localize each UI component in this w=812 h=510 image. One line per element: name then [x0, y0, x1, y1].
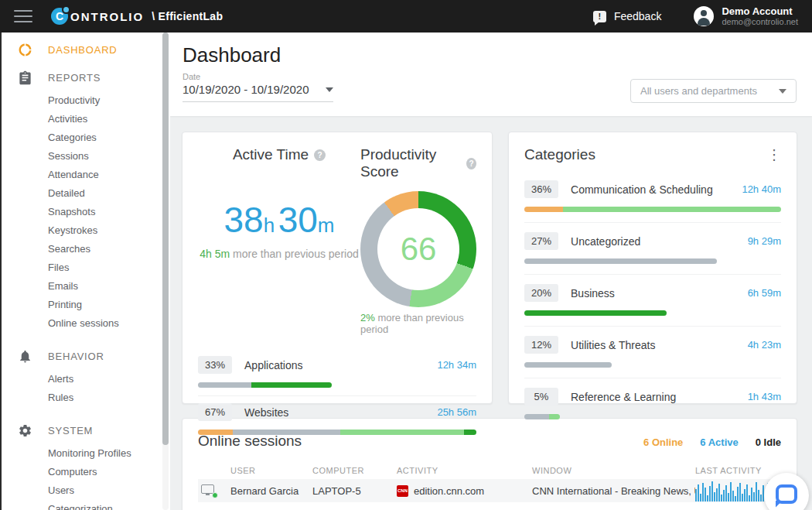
clipboard-icon: [17, 70, 32, 85]
stat-time: 1h 43m: [748, 391, 781, 402]
stat-bar: [524, 207, 781, 212]
column-header-last-activity: LAST ACTIVITY: [695, 466, 781, 475]
sidebar-item-monitoring-profiles[interactable]: Monitoring Profiles: [2, 444, 170, 463]
stat-row-communication-scheduling: 36%Communication & Scheduling12h 40m: [524, 171, 781, 222]
session-row[interactable]: Bernard Garcia LAPTOP-5 CNN edition.cnn.…: [198, 479, 781, 502]
productivity-donut-chart: 66: [360, 191, 476, 307]
sidebar-section-label: SYSTEM: [48, 425, 93, 436]
column-header-user: USER: [230, 466, 312, 475]
account-menu[interactable]: Demo Account demo@controlio.net: [694, 5, 798, 27]
status-count-6-online: 6 Online: [643, 436, 683, 448]
workspace-name: \ EfficientLab: [152, 10, 223, 22]
sidebar-item-attendance[interactable]: Attendance: [2, 166, 170, 184]
sidebar-item-productivity[interactable]: Productivity: [2, 91, 170, 110]
stat-row-uncategorized: 27%Uncategorized9h 29m: [524, 222, 781, 274]
sidebar-item-emails[interactable]: Emails: [2, 277, 170, 296]
feedback-label: Feedback: [614, 10, 661, 22]
cnn-favicon: CNN: [397, 485, 408, 497]
categories-title: Categories: [524, 146, 595, 163]
stat-row-reference-learning: 5%Reference & Learning1h 43m: [524, 378, 781, 430]
session-user: Bernard Garcia: [230, 485, 312, 497]
stat-row-applications: 33%Applications12h 34m: [198, 349, 476, 395]
bell-icon: [17, 348, 32, 364]
sidebar-item-users[interactable]: Users: [2, 481, 170, 500]
sidebar-item-categories[interactable]: Categories: [2, 128, 170, 147]
sidebar-item-sessions[interactable]: Sessions: [2, 147, 170, 166]
stat-label: Utilities & Threats: [571, 339, 655, 351]
sessions-table-header: USERCOMPUTERACTIVITYWINDOWLAST ACTIVITY: [198, 462, 781, 479]
productivity-score-value: 66: [401, 231, 437, 268]
percent-badge: 20%: [524, 284, 558, 302]
help-icon[interactable]: ?: [314, 149, 326, 161]
sidebar-item-snapshots[interactable]: Snapshots: [2, 203, 170, 221]
sidebar-item-rules[interactable]: Rules: [2, 388, 170, 407]
sidebar-item-computers[interactable]: Computers: [2, 463, 170, 481]
sidebar-scrollbar-thumb[interactable]: [162, 33, 169, 445]
percent-badge: 67%: [198, 403, 232, 421]
chat-bubble-icon: [776, 484, 797, 504]
top-bar: C ONTROLIO \ EfficientLab ! Feedback Dem…: [0, 0, 812, 33]
gear-icon: [17, 423, 32, 438]
stat-label: Websites: [244, 406, 288, 419]
active-time-card: Active Time ? 38h 30m 4h 5m more than pr…: [182, 132, 493, 404]
sidebar-item-files[interactable]: Files: [2, 258, 170, 277]
percent-badge: 5%: [524, 388, 558, 406]
stat-label: Reference & Learning: [571, 391, 676, 403]
sidebar-item-keystrokes[interactable]: Keystrokes: [2, 221, 170, 240]
sidebar-item-categorization[interactable]: Categorization: [2, 500, 170, 510]
session-activity: edition.cnn.com: [414, 485, 484, 497]
sidebar-item-activities[interactable]: Activities: [2, 110, 170, 128]
stat-label: Business: [571, 287, 615, 299]
percent-badge: 33%: [198, 356, 232, 374]
sidebar-section-label: BEHAVIOR: [48, 351, 104, 362]
productivity-score-title: Productivity Score: [360, 146, 461, 180]
stat-time: 4h 23m: [748, 339, 781, 351]
stat-time: 12h 40m: [742, 183, 781, 195]
percent-badge: 27%: [524, 232, 558, 250]
sidebar-section-system[interactable]: SYSTEM: [2, 416, 170, 444]
stat-row-business: 20%Business6h 59m: [524, 274, 781, 326]
sidebar-item-alerts[interactable]: Alerts: [2, 370, 170, 388]
stat-time: 6h 59m: [748, 287, 781, 299]
sidebar-item-detailed[interactable]: Detailed: [2, 184, 170, 203]
brand-name: ONTROLIO: [70, 10, 144, 23]
sidebar-section-behavior[interactable]: BEHAVIOR: [2, 342, 170, 370]
chevron-down-icon: [326, 87, 333, 92]
sidebar-section-label: DASHBOARD: [48, 44, 118, 56]
users-filter-value: All users and departments: [640, 85, 779, 97]
users-filter-select[interactable]: All users and departments: [630, 79, 797, 103]
date-range-picker[interactable]: Date 10/19/2020 - 10/19/2020: [183, 72, 333, 102]
menu-icon[interactable]: [14, 10, 32, 22]
brand-logo[interactable]: C ONTROLIO \ EfficientLab: [51, 8, 223, 25]
stat-label: Uncategorized: [571, 235, 640, 248]
feedback-icon: !: [593, 11, 606, 22]
stat-time: 12h 34m: [437, 359, 476, 371]
stat-row-utilities-threats: 12%Utilities & Threats4h 23m: [524, 326, 781, 378]
stat-time: 9h 29m: [748, 235, 781, 247]
feedback-button[interactable]: ! Feedback: [593, 10, 661, 22]
stat-bar: [524, 310, 667, 316]
sidebar-item-printing[interactable]: Printing: [2, 296, 170, 314]
sidebar-section-dashboard[interactable]: DASHBOARD: [2, 36, 170, 63]
sidebar-scrollbar[interactable]: [162, 33, 169, 510]
stat-label: Communication & Scheduling: [571, 183, 713, 196]
column-header-computer: COMPUTER: [312, 466, 397, 475]
account-avatar-icon: [694, 6, 714, 26]
percent-badge: 12%: [524, 336, 558, 354]
date-range-value: 10/19/2020 - 10/19/2020: [183, 83, 309, 96]
stat-bar: [198, 382, 332, 388]
stat-label: Applications: [244, 359, 303, 371]
dashboard-donut-icon: [17, 42, 32, 57]
sidebar-section-reports[interactable]: REPORTS: [2, 63, 170, 91]
sidebar-item-searches[interactable]: Searches: [2, 240, 170, 258]
page-header: Dashboard Date 10/19/2020 - 10/19/2020 A…: [170, 33, 812, 116]
active-time-title: Active Time: [233, 146, 309, 163]
percent-badge: 36%: [524, 180, 558, 198]
status-count-6-active: 6 Active: [700, 436, 738, 448]
more-options-icon[interactable]: ⋮: [767, 149, 781, 160]
active-time-total: 38h 30m: [224, 199, 335, 241]
sidebar-item-online-sessions[interactable]: Online sessions: [2, 314, 170, 333]
help-icon[interactable]: ?: [466, 158, 476, 169]
stat-bar: [524, 258, 717, 264]
stat-bar: [524, 362, 612, 368]
